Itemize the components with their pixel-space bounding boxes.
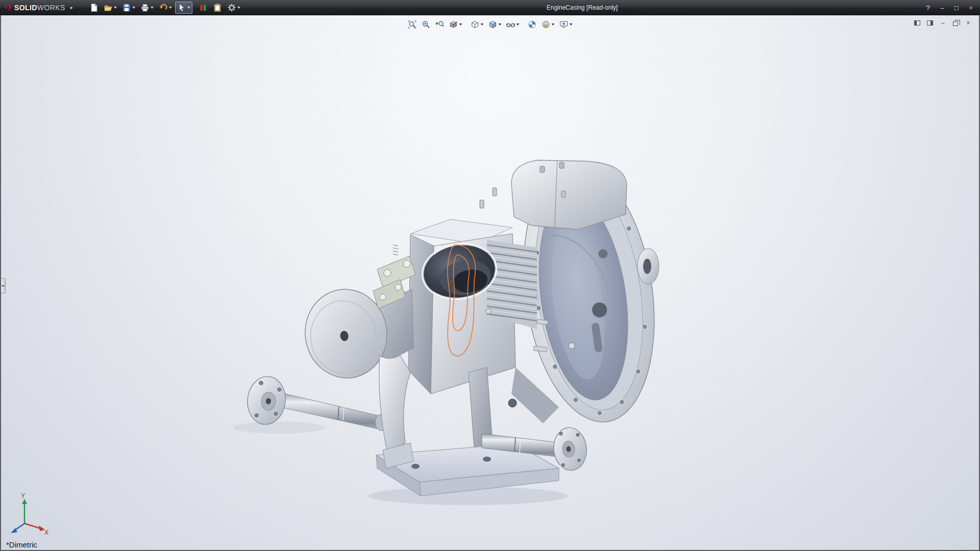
select-cursor-icon bbox=[177, 3, 186, 12]
zoom-to-fit-button[interactable] bbox=[406, 18, 419, 31]
titlebar: SOLIDWORKS ▸ EngineCasing [Read-only] ? … bbox=[0, 0, 980, 15]
pane-left-icon bbox=[914, 20, 920, 26]
right-shaft-flange[interactable] bbox=[552, 426, 589, 472]
hide-show-items-button[interactable] bbox=[504, 18, 522, 31]
edit-appearance-button[interactable] bbox=[526, 18, 539, 31]
display-style-button[interactable] bbox=[486, 18, 504, 31]
new-document-icon bbox=[89, 3, 99, 12]
menu-expand-arrow[interactable]: ▸ bbox=[70, 5, 73, 10]
zoom-to-area-icon bbox=[422, 20, 431, 29]
pane-right-icon bbox=[927, 20, 933, 26]
cooling-fins[interactable] bbox=[486, 240, 538, 329]
main-toolbar bbox=[87, 2, 242, 14]
dropdown-caret-icon[interactable] bbox=[187, 7, 190, 9]
dropdown-caret-icon[interactable] bbox=[570, 23, 573, 26]
hex-nut bbox=[508, 399, 517, 407]
view-orientation-button[interactable] bbox=[469, 18, 486, 31]
dropdown-caret-icon[interactable] bbox=[552, 23, 555, 26]
apply-scene-icon bbox=[542, 20, 551, 29]
new-document-button[interactable] bbox=[87, 2, 101, 14]
dropdown-caret-icon[interactable] bbox=[151, 7, 154, 9]
apply-scene-button[interactable] bbox=[540, 18, 557, 31]
file-properties-icon bbox=[213, 3, 222, 12]
dropdown-caret-icon[interactable] bbox=[481, 23, 484, 26]
engine-casing-model[interactable] bbox=[1, 15, 979, 549]
featuremanager-pane-toggle-button[interactable] bbox=[912, 18, 923, 28]
reference-triad: Y X bbox=[4, 492, 50, 538]
dropdown-caret-icon[interactable] bbox=[132, 7, 135, 9]
glasses-icon bbox=[506, 20, 516, 29]
close-button[interactable]: × bbox=[964, 2, 978, 13]
view-orientation-label: *Dimetric bbox=[6, 540, 37, 549]
section-view-icon bbox=[449, 20, 458, 29]
options-button[interactable] bbox=[225, 2, 242, 14]
graphics-area[interactable]: – × ◂▸ bbox=[0, 15, 980, 551]
previous-view-button[interactable] bbox=[433, 18, 447, 31]
help-button[interactable]: ? bbox=[921, 2, 935, 13]
view-settings-icon bbox=[559, 20, 569, 29]
undo-icon bbox=[159, 3, 168, 12]
minimize-button[interactable]: – bbox=[935, 2, 949, 13]
restore-icon bbox=[953, 21, 958, 26]
triad-y-label: Y bbox=[21, 492, 25, 499]
section-view-button[interactable] bbox=[447, 18, 464, 31]
zoom-to-fit-icon bbox=[408, 20, 417, 29]
display-style-icon bbox=[488, 20, 498, 29]
dropdown-caret-icon[interactable] bbox=[499, 23, 502, 26]
document-close-button[interactable]: × bbox=[963, 18, 974, 28]
document-restore-button[interactable] bbox=[950, 18, 961, 28]
rebuild-button[interactable] bbox=[197, 2, 210, 14]
rebuild-icon bbox=[199, 3, 208, 12]
previous-view-icon bbox=[435, 20, 445, 29]
display-pane-toggle-button[interactable] bbox=[924, 18, 936, 28]
save-button[interactable] bbox=[120, 2, 137, 14]
dropdown-caret-icon[interactable] bbox=[517, 23, 520, 26]
dropdown-caret-icon[interactable] bbox=[237, 7, 240, 9]
solidworks-logo-icon bbox=[3, 3, 12, 12]
open-folder-icon bbox=[104, 3, 113, 12]
headsup-view-toolbar bbox=[406, 18, 575, 31]
zoom-to-area-button[interactable] bbox=[420, 18, 433, 31]
triad-x-label: X bbox=[44, 529, 48, 536]
options-gear-icon bbox=[227, 3, 236, 12]
top-cover[interactable] bbox=[511, 160, 627, 230]
document-window-controls: – × bbox=[912, 18, 974, 28]
solidworks-logo: SOLIDWORKS bbox=[0, 0, 69, 15]
file-properties-button[interactable] bbox=[211, 2, 224, 14]
view-orientation-cube-icon bbox=[471, 20, 480, 29]
save-icon bbox=[122, 3, 131, 12]
print-button[interactable] bbox=[138, 2, 156, 14]
undo-button[interactable] bbox=[157, 2, 174, 14]
bracket-front-leg[interactable] bbox=[379, 355, 413, 468]
spring-stud bbox=[393, 245, 398, 255]
window-controls: ? – □ × bbox=[921, 0, 978, 15]
brand-light: WORKS bbox=[37, 4, 65, 12]
housing-boss[interactable] bbox=[638, 248, 659, 284]
dropdown-caret-icon[interactable] bbox=[459, 23, 462, 26]
panel-splitter-tab[interactable]: ◂▸ bbox=[1, 278, 6, 293]
print-icon bbox=[140, 3, 150, 12]
select-button[interactable] bbox=[175, 2, 192, 14]
view-settings-button[interactable] bbox=[557, 18, 575, 31]
appearance-ball-icon bbox=[528, 20, 537, 29]
window-title: EngineCasing [Read-only] bbox=[547, 4, 618, 11]
document-minimize-button[interactable]: – bbox=[937, 18, 948, 28]
brand-bold: SOLID bbox=[14, 4, 37, 12]
maximize-button[interactable]: □ bbox=[949, 2, 964, 13]
open-button[interactable] bbox=[102, 2, 119, 14]
left-shaft-flange[interactable] bbox=[245, 374, 287, 426]
dropdown-caret-icon[interactable] bbox=[114, 7, 117, 9]
dropdown-caret-icon[interactable] bbox=[169, 7, 172, 9]
